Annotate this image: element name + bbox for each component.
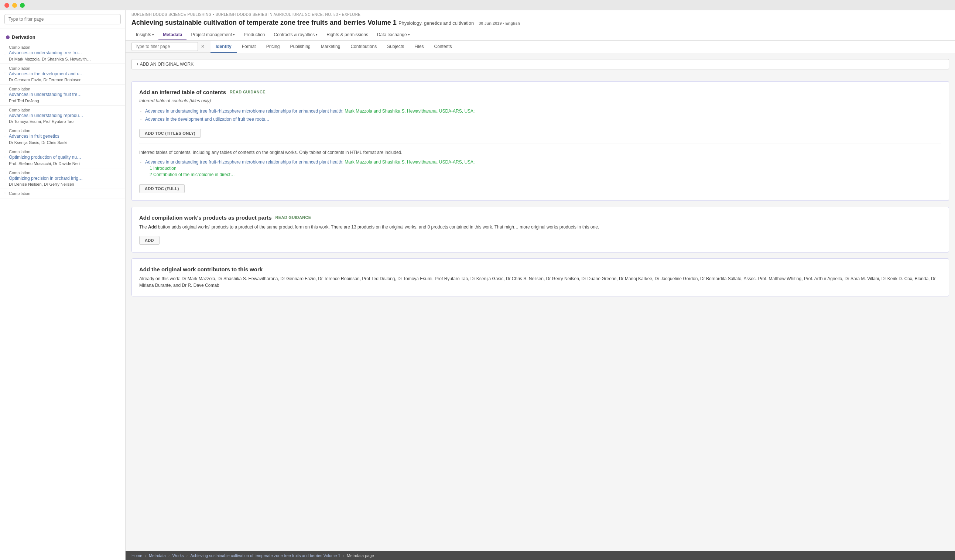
toc-titles-link-2[interactable]: Advances in the development and utilizat… — [145, 117, 269, 122]
nav-tab-1-metadata[interactable]: Metadata — [158, 30, 186, 40]
product-parts-heading: Add compilation work's products as produ… — [139, 214, 941, 221]
item-title-0[interactable]: Advances in understanding tree fru… — [9, 50, 119, 56]
product-parts-section: Add compilation work's products as produ… — [132, 207, 949, 252]
item-authors-0: Dr Mark Mazzola, Dr Shashika S. Hewavith… — [9, 57, 119, 61]
sidebar-item-0[interactable]: ⋮⋮ Compilation Advances in understanding… — [0, 43, 125, 64]
drag-handle-7: ⋮⋮ — [3, 192, 11, 196]
toc-titles-link-1[interactable]: Advances in understanding tree fruit-rhi… — [145, 108, 474, 114]
right-panel: BURLEIGH DODDS SCIENCE PUBLISHING • BURL… — [125, 10, 955, 560]
sidebar-content: Derivation ⋮⋮ Compilation Advances in un… — [0, 28, 125, 560]
breadcrumb-link-0[interactable]: Home — [132, 553, 142, 558]
item-type-4: Compilation — [9, 128, 119, 133]
book-subtitle: Physiology, genetics and cultivation — [398, 20, 474, 26]
publisher-breadcrumb: BURLEIGH DODDS SCIENCE PUBLISHING • BURL… — [132, 10, 949, 17]
item-authors-6: Dr Denise Neilsen, Dr Gerry Neilsen — [9, 182, 119, 186]
nav-tab-2-publishing[interactable]: Publishing — [285, 41, 315, 53]
item-type-0: Compilation — [9, 45, 119, 50]
item-title-5[interactable]: Optimizing production of quality nu… — [9, 155, 119, 161]
item-title-3[interactable]: Advances in understanding reprodu… — [9, 113, 119, 119]
filter-clear-button[interactable]: ✕ — [201, 44, 205, 49]
nav-tab-2-pricing[interactable]: Pricing — [261, 41, 285, 53]
nav-tab-1-rights--permissions[interactable]: Rights & permissions — [322, 30, 373, 40]
nav-tabs-2: IdentityFormatPricingPublishingMarketing… — [210, 41, 955, 53]
add-toc-full-button[interactable]: ADD TOC (FULL) — [139, 184, 185, 193]
drag-handle-4: ⋮⋮ — [3, 135, 11, 139]
page-filter-input[interactable] — [132, 42, 198, 51]
add-original-work-button[interactable]: + ADD AN ORIGINAL WORK — [132, 59, 949, 69]
breadcrumb-link-2[interactable]: Works — [172, 553, 184, 558]
toc-full-item-1: Advances in understanding tree fruit-rhi… — [139, 158, 941, 179]
nav-tab-1-contracts--royalties[interactable]: Contracts & royalties▾ — [269, 30, 322, 40]
item-authors-2: Prof Ted DeJong — [9, 99, 119, 103]
sidebar-item-4[interactable]: ⋮⋮ Compilation Advances in fruit genetic… — [0, 126, 125, 147]
maximize-button[interactable] — [20, 3, 25, 8]
drag-handle-2: ⋮⋮ — [3, 92, 11, 97]
sidebar-item-5[interactable]: ⋮⋮ Compilation Optimizing production of … — [0, 147, 125, 168]
breadcrumb-link-1[interactable]: Metadata — [149, 553, 166, 558]
read-guidance-btn-1[interactable]: READ GUIDANCE — [230, 90, 266, 94]
chevron-down-icon: ▾ — [316, 33, 318, 36]
item-authors-1: Dr Gennaro Fazio, Dr Terence Robinson — [9, 78, 119, 82]
book-date-lang: 30 Jun 2019 • English — [479, 21, 520, 25]
book-title-bar: Achieving sustainable cultivation of tem… — [132, 17, 949, 28]
sidebar-item-3[interactable]: ⋮⋮ Compilation Advances in understanding… — [0, 106, 125, 127]
sidebar-item-7[interactable]: ⋮⋮ Compilation — [0, 189, 125, 199]
main-layout: Derivation ⋮⋮ Compilation Advances in un… — [0, 10, 955, 560]
nav-tab-2-marketing[interactable]: Marketing — [316, 41, 346, 53]
item-title-2[interactable]: Advances in understanding fruit tre… — [9, 92, 119, 98]
breadcrumb-separator: › — [167, 553, 171, 558]
inferred-toc-label: Inferred table of contents (titles only) — [139, 98, 941, 103]
add-products-button[interactable]: ADD — [139, 236, 160, 245]
item-title-1[interactable]: Advances in the development and u… — [9, 71, 119, 77]
item-type-7: Compilation — [9, 191, 119, 196]
nav-tab-1-production[interactable]: Production — [239, 30, 269, 40]
nav-tab-2-files[interactable]: Files — [409, 41, 429, 53]
contributors-body: Already on this work: Dr Mark Mazzola, D… — [139, 275, 941, 289]
item-type-2: Compilation — [9, 87, 119, 91]
item-type-1: Compilation — [9, 66, 119, 70]
add-toc-titles-button[interactable]: ADD TOC (TITLES ONLY) — [139, 129, 201, 138]
sidebar-filter-input[interactable] — [5, 14, 121, 24]
breadcrumb-link-3[interactable]: Achieving sustainable cultivation of tem… — [191, 553, 340, 558]
nav-tab-2-identity[interactable]: Identity — [210, 41, 237, 53]
sidebar-item-6[interactable]: ⋮⋮ Compilation Optimizing precision in o… — [0, 168, 125, 189]
sidebar-item-2[interactable]: ⋮⋮ Compilation Advances in understanding… — [0, 84, 125, 106]
nav-tab-2-format[interactable]: Format — [237, 41, 261, 53]
chevron-down-icon: ▾ — [152, 33, 154, 36]
inferred-toc-section: Add an inferred table of contents READ G… — [132, 81, 949, 201]
toc-titles-list: Advances in understanding tree fruit-rhi… — [139, 107, 941, 124]
item-type-6: Compilation — [9, 171, 119, 175]
nav-tab-2-contents[interactable]: Contents — [429, 41, 457, 53]
nav-tab-1-insights[interactable]: Insights▾ — [132, 30, 158, 40]
top-nav: BURLEIGH DODDS SCIENCE PUBLISHING • BURL… — [125, 10, 955, 41]
derivation-header: Derivation — [0, 31, 125, 43]
window: Derivation ⋮⋮ Compilation Advances in un… — [0, 0, 955, 560]
titlebar — [0, 0, 955, 10]
breadcrumb-separator: › — [185, 553, 189, 558]
toc-titles-item-1: Advances in understanding tree fruit-rhi… — [139, 107, 941, 116]
close-button[interactable] — [5, 3, 9, 8]
nav-tab-1-project-management[interactable]: Project management▾ — [186, 30, 239, 40]
drag-handle-1: ⋮⋮ — [3, 72, 11, 77]
nav-tab-2-contributions[interactable]: Contributions — [345, 41, 382, 53]
sidebar-item-1[interactable]: ⋮⋮ Compilation Advances in the developme… — [0, 64, 125, 85]
item-title-4[interactable]: Advances in fruit genetics — [9, 134, 119, 139]
toc-full-list: Advances in understanding tree fruit-rhi… — [139, 158, 941, 179]
breadcrumb-separator: › — [144, 553, 147, 558]
toc-full-link-1[interactable]: Advances in understanding tree fruit-rhi… — [145, 160, 474, 165]
item-title-6[interactable]: Optimizing precision in orchard irrig… — [9, 176, 119, 181]
derivation-label: Derivation — [12, 34, 36, 40]
sidebar-filter-area — [0, 10, 125, 28]
nav-tab-2-subjects[interactable]: Subjects — [382, 41, 409, 53]
drag-handle-5: ⋮⋮ — [3, 155, 11, 160]
bottom-bar: Home › Metadata › Works › Achieving sust… — [125, 551, 955, 560]
section-divider — [139, 144, 941, 144]
chevron-down-icon: ▾ — [233, 33, 235, 36]
filter-and-tabs-row: ✕ IdentityFormatPricingPublishingMarketi… — [125, 41, 955, 53]
inferred-toc-heading: Add an inferred table of contents READ G… — [139, 89, 941, 95]
nav-tab-1-data-exchange[interactable]: Data exchange▾ — [373, 30, 414, 40]
read-guidance-btn-2[interactable]: READ GUIDANCE — [276, 215, 311, 220]
contributors-section: Add the original work contributors to th… — [132, 258, 949, 296]
minimize-button[interactable] — [12, 3, 17, 8]
drag-handle-0: ⋮⋮ — [3, 50, 11, 55]
